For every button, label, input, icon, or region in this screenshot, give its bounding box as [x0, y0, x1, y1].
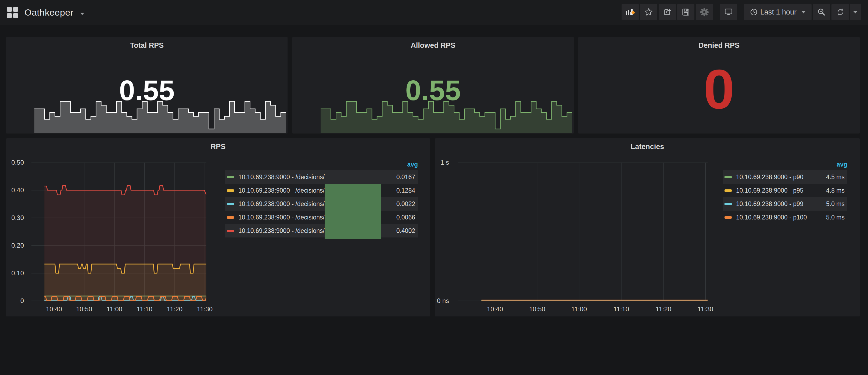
refresh-icon [836, 8, 845, 17]
legend-series-label[interactable]: 10.10.69.238:9000 - p99 [736, 200, 804, 208]
legend-series-label[interactable]: 10.10.69.238:9000 - p100 [736, 214, 807, 221]
legend-series-color-icon[interactable] [227, 189, 234, 192]
legend-series-avg-value: 5.0 ms [823, 200, 845, 208]
refresh-interval-dropdown[interactable] [849, 4, 861, 20]
legend-series-avg-value: 0.4002 [393, 227, 415, 235]
latencies-plot-area[interactable] [458, 162, 708, 301]
time-range-caret-icon [801, 11, 806, 13]
legend-series-label[interactable]: 10.10.69.238:9000 - /decisions/ [238, 214, 324, 221]
share-button[interactable] [659, 4, 676, 20]
legend-row[interactable]: 10.10.69.238:9000 - p904.5 ms [723, 170, 847, 184]
y-axis-tick-label: 1 s [440, 159, 449, 166]
legend-row[interactable]: 10.10.69.238:9000 - /decisions/0.0066 [225, 211, 418, 224]
legend-series-color-icon[interactable] [724, 216, 732, 219]
legend-series-color-icon[interactable] [724, 176, 732, 178]
rps-y-axis: 0.500.400.300.200.100 [6, 162, 28, 301]
legend-series-label[interactable]: 10.10.69.238:9000 - /decisions/ [238, 187, 324, 194]
x-axis-tick-label: 11:30 [197, 306, 213, 313]
legend-series-color-icon[interactable] [227, 216, 234, 219]
refresh-button-group [832, 4, 861, 20]
legend-avg-header[interactable]: avg [723, 161, 847, 168]
legend-row[interactable]: 10.10.69.238:9000 - p954.8 ms [723, 184, 847, 197]
legend-avg-header[interactable]: avg [225, 161, 418, 168]
legend-series-label[interactable]: 10.10.69.238:9000 - /decisions/ [238, 174, 324, 181]
legend-series-color-icon[interactable] [724, 189, 732, 192]
x-axis-tick-label: 11:30 [698, 306, 713, 313]
panel-title[interactable]: RPS [6, 143, 430, 151]
cycle-view-button[interactable] [720, 4, 737, 20]
allowed-rps-sparkline [320, 100, 572, 133]
y-axis-tick-label: 0.40 [11, 186, 24, 194]
time-range-picker[interactable]: Last 1 hour [744, 4, 812, 20]
legend-series-avg-value: 4.8 ms [823, 187, 845, 194]
share-icon [663, 8, 672, 17]
legend-row[interactable]: 10.10.69.238:9000 - /decisions/0.4002 [225, 224, 418, 238]
latencies-y-axis: 1 s0 ns [435, 162, 453, 301]
panel-latencies-graph: Latencies 1 s0 ns 10:4010:5011:0011:1011… [435, 138, 860, 316]
navbar: Oathkeeper [0, 0, 868, 25]
refresh-button[interactable] [832, 4, 849, 20]
tv-icon [724, 8, 733, 17]
legend-series-avg-value: 5.0 ms [823, 214, 845, 221]
panel-title[interactable]: Denied RPS [578, 41, 860, 50]
grid-square [7, 7, 12, 12]
denied-rps-value: 0 [578, 60, 860, 118]
y-axis-tick-label: 0.50 [11, 159, 24, 166]
dashboard-title-caret-icon[interactable] [80, 12, 84, 15]
panel-title[interactable]: Latencies [435, 143, 860, 151]
y-axis-tick-label: 0.30 [11, 214, 24, 222]
legend-row[interactable]: 10.10.69.238:9000 - p995.0 ms [723, 197, 847, 211]
dashboard-grid-icon[interactable] [7, 7, 18, 18]
x-axis-tick-label: 10:50 [529, 306, 545, 313]
x-axis-tick-label: 11:20 [656, 306, 671, 313]
star-button[interactable] [640, 4, 657, 20]
x-axis-tick-label: 11:20 [167, 306, 183, 313]
legend-series-label[interactable]: 10.10.69.238:9000 - /decisions/ [238, 200, 324, 208]
grid-square [13, 13, 18, 18]
legend-series-label[interactable]: 10.10.69.238:9000 - /decisions/ [238, 227, 324, 235]
latencies-legend: 10.10.69.238:9000 - p904.5 ms10.10.69.23… [723, 170, 847, 224]
panel-allowed-rps: Allowed RPS 0.55 [292, 37, 574, 133]
y-axis-tick-label: 0 ns [437, 297, 449, 305]
legend-row[interactable]: 10.10.69.238:9000 - /decisions/0.1284 [225, 184, 418, 197]
panel-title[interactable]: Total RPS [6, 41, 287, 50]
add-panel-button[interactable] [622, 4, 639, 20]
panel-total-rps: Total RPS 0.55 [6, 37, 287, 133]
rps-plot-area[interactable] [31, 162, 206, 301]
legend-series-avg-value: 0.0167 [393, 174, 415, 181]
legend-series-color-icon[interactable] [227, 203, 234, 205]
grid-square [13, 7, 18, 12]
y-axis-tick-label: 0.10 [11, 270, 24, 277]
panel-denied-rps: Denied RPS 0 [578, 37, 860, 133]
legend-row[interactable]: 10.10.69.238:9000 - p1005.0 ms [723, 211, 847, 224]
x-axis-tick-label: 11:10 [137, 306, 152, 313]
time-range-label: Last 1 hour [760, 8, 797, 17]
x-axis-tick-label: 10:50 [76, 306, 92, 313]
gear-icon [700, 7, 709, 17]
rps-legend: 10.10.69.238:9000 - /decisions/0.016710.… [225, 170, 418, 238]
panel-title[interactable]: Allowed RPS [292, 41, 574, 50]
x-axis-tick-label: 10:40 [46, 306, 62, 313]
clock-icon [750, 8, 757, 16]
legend-series-color-icon[interactable] [227, 176, 234, 178]
y-axis-tick-label: 0 [21, 297, 24, 305]
x-axis-tick-label: 11:00 [107, 306, 122, 313]
legend-series-color-icon[interactable] [724, 203, 732, 205]
legend-row[interactable]: 10.10.69.238:9000 - /decisions/0.0167 [225, 170, 418, 184]
panel-rps-graph: RPS 0.500.400.300.200.100 10:4010:5011:0… [6, 138, 430, 316]
dashboard-title[interactable]: Oathkeeper [25, 7, 74, 18]
legend-series-label[interactable]: 10.10.69.238:9000 - p95 [736, 187, 804, 194]
refresh-interval-caret-icon [853, 11, 858, 13]
grid-square [7, 13, 12, 18]
grafana-dashboard: Oathkeeper [0, 0, 868, 375]
legend-series-color-icon[interactable] [227, 230, 234, 232]
save-button[interactable] [677, 4, 694, 20]
zoom-out-button[interactable] [813, 4, 830, 20]
settings-button[interactable] [696, 4, 713, 20]
y-axis-tick-label: 0.20 [11, 242, 24, 249]
legend-row[interactable]: 10.10.69.238:9000 - /decisions/0.0022 [225, 197, 418, 211]
x-axis-tick-label: 10:40 [487, 306, 503, 313]
star-icon [644, 8, 653, 17]
legend-series-avg-value: 0.0066 [393, 214, 415, 221]
legend-series-label[interactable]: 10.10.69.238:9000 - p90 [736, 174, 804, 181]
